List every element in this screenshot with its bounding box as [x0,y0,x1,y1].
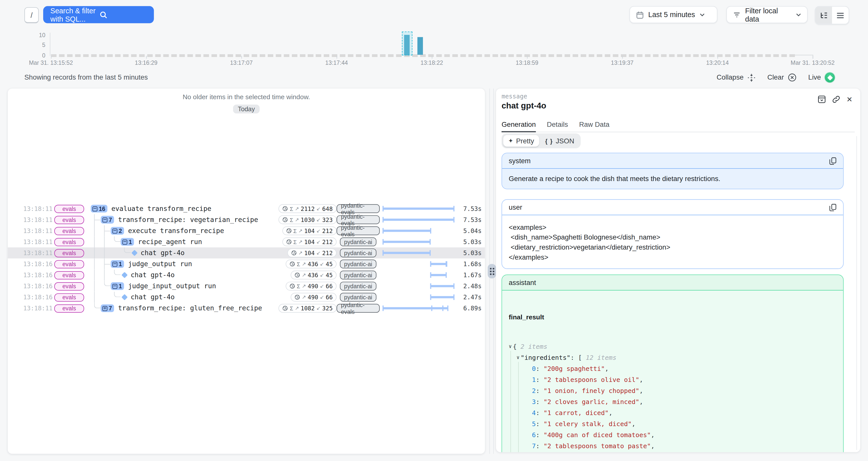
tab-details[interactable]: Details [547,121,568,131]
scrollbar-track[interactable] [857,136,857,450]
token-usage-chip[interactable]: Σ↗436↙45 [286,259,337,269]
tree-view-button[interactable] [815,6,832,24]
evals-badge[interactable]: evals [54,238,84,246]
token-usage-cell: Σ↗436↙45 [281,259,337,269]
chevron-down-icon[interactable]: ∨ [509,344,512,349]
scope-tag[interactable]: pydantic-ai [340,271,376,279]
json-toggle-button[interactable]: { } JSON [540,135,579,147]
system-message-card: system Generate a recipe to cook the dis… [502,153,844,189]
input-tokens-arrow-icon: ↗ [302,261,306,267]
scope-tag[interactable]: pydantic-evals [337,204,380,213]
time-range-dropdown[interactable]: Last 5 minutes [629,6,717,23]
json-array-item: 1: "2 tablespoons olive oil", [509,374,837,385]
duration-bar-cap [453,295,455,300]
filter-local-data-dropdown[interactable]: Filter local data [726,6,808,23]
token-usage-chip[interactable]: Σ↗1030↙323 [279,215,337,224]
row-timestamp: 13:18:11 [23,227,48,235]
tab-generation[interactable]: Generation [502,121,536,131]
baseline-end [795,55,813,55]
search-button[interactable]: Search & filter with SQL... [43,6,154,23]
copy-icon[interactable] [829,157,837,165]
span-toggle-chip[interactable]: 16 [91,205,107,213]
copy-link-icon[interactable] [832,95,840,103]
pretty-toggle-button[interactable]: ✦ Pretty [503,135,539,147]
trace-row[interactable]: 13:18:16evalschat gpt-4o↗490↙66pydantic-… [8,292,485,303]
token-usage-chip[interactable]: Σ↗104↙212 [282,226,337,235]
scope-tag[interactable]: pydantic-ai [340,249,376,257]
token-usage-chip[interactable]: ↗490↙66 [291,293,337,302]
span-name: judge_input_output run [128,282,216,290]
trace-row[interactable]: 13:18:16evals1judge_output runΣ↗436↙45py… [8,258,485,269]
token-usage-chip[interactable]: Σ↗1082↙325 [279,304,337,313]
collapse-icon [112,284,117,289]
span-toggle-chip[interactable]: 2 [111,227,124,235]
tree-connector [124,247,131,253]
output-tokens: 66 [326,294,333,300]
evals-badge[interactable]: evals [54,260,84,268]
evals-badge[interactable]: evals [54,293,84,301]
today-pill[interactable]: Today [233,105,260,114]
timeline-chart[interactable]: 1050 Mar 31. 13:15:5213:16:2913:17:0713:… [0,30,868,68]
evals-badge[interactable]: evals [54,304,84,312]
input-tokens: 104 [304,250,315,256]
span-toggle-chip[interactable]: 1 [111,260,124,268]
span-toggle-chip[interactable]: 1 [121,238,134,246]
trace-row[interactable]: 13:18:11evals7transform_recipe: gluten_f… [8,303,485,314]
tag-cell: pydantic-ai [337,271,380,279]
scope-tag[interactable]: pydantic-ai [340,259,376,269]
evals-badge[interactable]: evals [54,227,84,235]
span-toggle-chip[interactable]: 7 [101,216,114,224]
duration-bar-cap [430,228,432,234]
histogram-bar[interactable] [417,37,423,55]
evals-badge[interactable]: evals [54,215,84,224]
token-usage-chip[interactable]: ↗436↙45 [291,271,337,279]
list-view-button[interactable] [832,6,849,24]
token-usage-chip[interactable]: Σ↗104↙212 [282,238,337,246]
trace-row[interactable]: 13:18:11evalschat gpt-4o↗104↙212pydantic… [8,247,485,258]
token-usage-chip[interactable]: ↗104↙212 [287,249,337,257]
panel-resize-handle[interactable] [488,264,496,278]
tab-raw-data[interactable]: Raw Data [579,121,610,131]
live-toggle[interactable]: Live [805,72,838,83]
scope-tag[interactable]: pydantic-ai [340,282,376,290]
trace-row[interactable]: 13:18:11evals1recipe_agent runΣ↗104↙212p… [8,236,485,247]
trace-row[interactable]: 13:18:11evals2execute transform_recipeΣ↗… [8,225,485,236]
span-duration: 7.53s [456,216,485,223]
span-duration: 5.03s [456,249,485,256]
scope-tag[interactable]: pydantic-ai [340,238,376,246]
copy-icon[interactable] [829,204,837,211]
trace-row[interactable]: 13:18:16evals1judge_input_output runΣ↗49… [8,280,485,291]
row-tree-cell: chat gpt-4o [90,247,281,258]
trace-row[interactable]: 13:18:11evals16evaluate transform_recipe… [8,203,485,214]
scope-tag[interactable]: pydantic-evals [337,226,380,235]
row-timestamp: 13:18:11 [23,238,48,246]
evals-badge[interactable]: evals [54,282,84,290]
system-role-label: system [509,157,531,165]
scope-tag[interactable]: pydantic-evals [337,304,380,313]
evals-badge[interactable]: evals [54,205,84,213]
scope-tag[interactable]: pydantic-evals [337,215,380,224]
scope-tag[interactable]: pydantic-ai [340,293,376,302]
evals-badge[interactable]: evals [54,271,84,279]
token-usage-chip[interactable]: Σ↗490↙66 [286,282,337,290]
span-toggle-chip[interactable]: 7 [101,304,114,312]
clear-button[interactable]: Clear [764,73,800,82]
token-usage-chip[interactable]: Σ↗2112↙648 [279,204,337,213]
evals-badge[interactable]: evals [54,249,84,257]
row-timestamp: 13:18:11 [23,205,48,212]
span-toggle-chip[interactable]: 1 [111,282,124,290]
trace-row[interactable]: 13:18:16evalschat gpt-4o↗436↙45pydantic-… [8,269,485,280]
token-usage-cell: ↗436↙45 [281,271,337,279]
duration-bar-cap [445,272,447,278]
collapse-button[interactable]: Collapse [713,73,759,82]
chevron-down-icon[interactable]: ∨ [516,355,519,360]
filter-label: Filter local data [745,6,792,23]
tree-connector [114,292,121,297]
y-axis-label: 5 [31,41,45,48]
trace-row[interactable]: 13:18:11evals7transform_recipe: vegetari… [8,214,485,225]
slash-shortcut-key: / [24,7,39,23]
user-role-label: user [509,204,522,211]
close-icon[interactable]: ✕ [846,96,852,103]
collapse-icon [112,262,117,267]
open-in-panel-icon[interactable] [818,95,826,103]
